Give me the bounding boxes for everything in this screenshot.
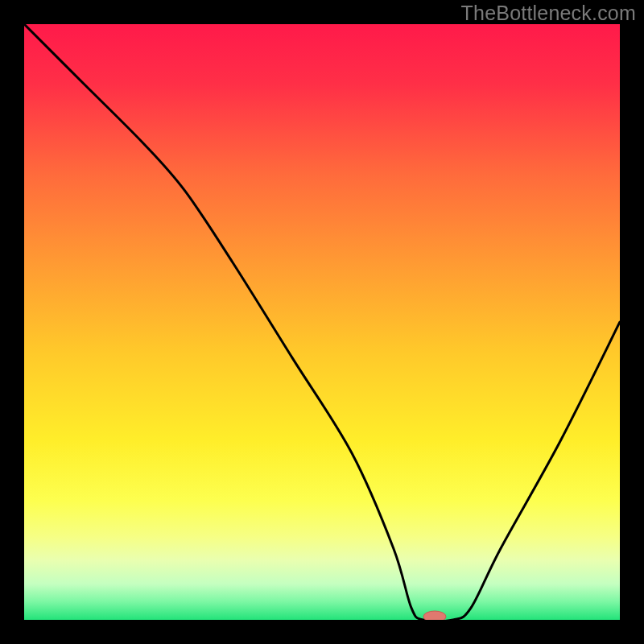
- plot-area: [24, 24, 620, 620]
- watermark-text: TheBottleneck.com: [461, 2, 636, 25]
- chart-container: TheBottleneck.com: [0, 0, 644, 644]
- optimum-marker: [423, 611, 446, 620]
- chart-svg: [24, 24, 620, 620]
